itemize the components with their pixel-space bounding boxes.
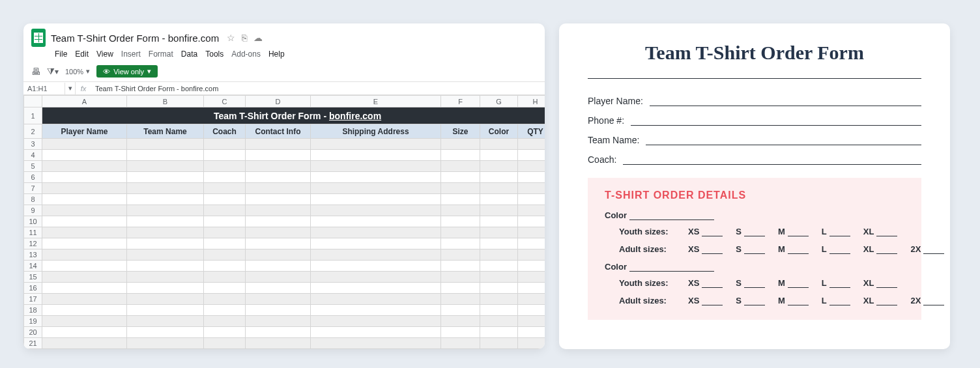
cell[interactable] xyxy=(518,172,545,183)
cell[interactable] xyxy=(246,261,311,272)
column-header-cell[interactable]: Player Name xyxy=(42,124,127,139)
cell[interactable] xyxy=(204,139,246,150)
size-blank-line[interactable] xyxy=(829,246,850,254)
row-header[interactable]: 4 xyxy=(24,150,42,161)
cell[interactable] xyxy=(311,139,441,150)
size-blank-line[interactable] xyxy=(788,280,809,288)
cell[interactable] xyxy=(311,194,441,205)
cell[interactable] xyxy=(311,249,441,261)
cell[interactable] xyxy=(480,172,518,183)
cell[interactable] xyxy=(518,316,545,327)
col-header[interactable]: G xyxy=(480,96,518,107)
cell[interactable] xyxy=(127,272,204,283)
cloud-icon[interactable]: ☁ xyxy=(253,33,263,43)
cell[interactable] xyxy=(204,205,246,216)
cell[interactable] xyxy=(127,205,204,216)
col-header[interactable]: F xyxy=(441,96,480,107)
cell[interactable] xyxy=(127,316,204,327)
cell[interactable] xyxy=(42,205,127,216)
cell[interactable] xyxy=(204,227,246,238)
cell[interactable] xyxy=(127,150,204,161)
cell[interactable] xyxy=(311,349,441,350)
spreadsheet-grid[interactable]: A B C D E F G H 1Team T-Shirt Order Form… xyxy=(23,95,545,349)
menu-tools[interactable]: Tools xyxy=(205,50,223,59)
cell[interactable] xyxy=(311,261,441,272)
cell[interactable] xyxy=(246,349,311,350)
row-header[interactable]: 8 xyxy=(24,194,42,205)
view-only-button[interactable]: 👁 View only ▾ xyxy=(96,65,158,78)
column-header-cell[interactable]: Coach xyxy=(204,124,246,139)
cell[interactable] xyxy=(42,249,127,261)
cell[interactable] xyxy=(518,283,545,294)
cell[interactable] xyxy=(518,338,545,349)
size-blank-line[interactable] xyxy=(702,298,723,305)
cell[interactable] xyxy=(480,183,518,194)
cell[interactable] xyxy=(246,294,311,305)
cell[interactable] xyxy=(480,238,518,249)
cell[interactable] xyxy=(204,327,246,338)
cell[interactable] xyxy=(480,294,518,305)
row-header[interactable]: 5 xyxy=(24,161,42,172)
cell[interactable] xyxy=(311,161,441,172)
cell[interactable] xyxy=(441,238,480,249)
menu-edit[interactable]: Edit xyxy=(75,50,89,59)
cell[interactable] xyxy=(42,316,127,327)
cell[interactable] xyxy=(441,305,480,316)
cell[interactable] xyxy=(42,161,127,172)
cell[interactable] xyxy=(127,161,204,172)
size-blank-line[interactable] xyxy=(829,280,850,288)
cell[interactable] xyxy=(311,172,441,183)
cell[interactable] xyxy=(204,349,246,350)
cell[interactable] xyxy=(311,183,441,194)
cell[interactable] xyxy=(311,216,441,227)
cell[interactable] xyxy=(204,194,246,205)
cell[interactable] xyxy=(518,150,545,161)
cell[interactable] xyxy=(441,349,480,350)
row-header[interactable]: 15 xyxy=(24,272,42,283)
cell[interactable] xyxy=(441,216,480,227)
cell[interactable] xyxy=(204,161,246,172)
row-header[interactable]: 11 xyxy=(24,227,42,238)
cell[interactable] xyxy=(518,327,545,338)
cell[interactable] xyxy=(441,227,480,238)
size-blank-line[interactable] xyxy=(923,298,944,305)
sheet-title-cell[interactable]: Team T-Shirt Order Form - bonfire.com xyxy=(42,107,545,124)
print-icon[interactable]: 🖶 xyxy=(31,66,40,77)
cell[interactable] xyxy=(127,261,204,272)
row-header[interactable]: 3 xyxy=(24,139,42,150)
cell[interactable] xyxy=(42,194,127,205)
filter-icon[interactable]: ⧩▾ xyxy=(47,66,59,77)
cell[interactable] xyxy=(311,305,441,316)
menu-help[interactable]: Help xyxy=(268,50,285,59)
cell[interactable] xyxy=(204,183,246,194)
cell[interactable] xyxy=(518,227,545,238)
cell[interactable] xyxy=(246,338,311,349)
cell[interactable] xyxy=(311,294,441,305)
cell[interactable] xyxy=(246,327,311,338)
cell[interactable] xyxy=(127,227,204,238)
column-header-cell[interactable]: Color xyxy=(480,124,518,139)
cell[interactable] xyxy=(127,238,204,249)
cell[interactable] xyxy=(42,294,127,305)
cell[interactable] xyxy=(441,172,480,183)
row-header[interactable]: 16 xyxy=(24,283,42,294)
cell[interactable] xyxy=(204,338,246,349)
cell[interactable] xyxy=(518,205,545,216)
cell[interactable] xyxy=(480,272,518,283)
size-blank-line[interactable] xyxy=(876,280,897,288)
row-header[interactable]: 13 xyxy=(24,249,42,261)
cell[interactable] xyxy=(246,227,311,238)
cell[interactable] xyxy=(204,261,246,272)
blank-line[interactable] xyxy=(646,136,921,145)
cell[interactable] xyxy=(204,238,246,249)
size-blank-line[interactable] xyxy=(702,246,723,254)
cell[interactable] xyxy=(480,349,518,350)
cell[interactable] xyxy=(127,349,204,350)
cell[interactable] xyxy=(480,139,518,150)
cell[interactable] xyxy=(42,338,127,349)
cell[interactable] xyxy=(246,272,311,283)
cell[interactable] xyxy=(127,338,204,349)
cell[interactable] xyxy=(42,172,127,183)
cell[interactable] xyxy=(441,249,480,261)
column-header-cell[interactable]: QTY xyxy=(518,124,545,139)
